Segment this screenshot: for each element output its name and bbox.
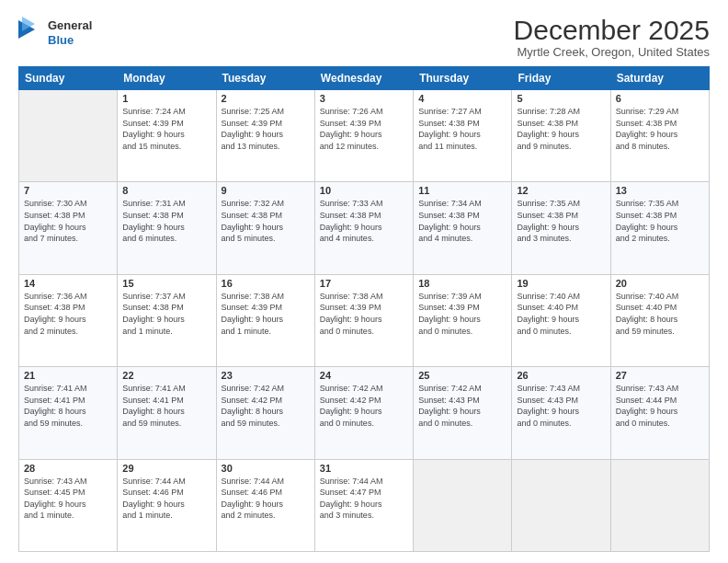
calendar-cell: 9Sunrise: 7:32 AMSunset: 4:38 PMDaylight… <box>216 182 314 274</box>
calendar-cell: 31Sunrise: 7:44 AMSunset: 4:47 PMDayligh… <box>314 459 413 551</box>
day-info: Sunrise: 7:42 AMSunset: 4:42 PMDaylight:… <box>320 383 408 429</box>
weekday-header-monday: Monday <box>118 67 216 90</box>
day-info: Sunrise: 7:44 AMSunset: 4:46 PMDaylight:… <box>222 476 310 522</box>
day-info: Sunrise: 7:29 AMSunset: 4:38 PMDaylight:… <box>616 106 704 152</box>
day-info: Sunrise: 7:44 AMSunset: 4:47 PMDaylight:… <box>320 476 408 522</box>
day-number: 3 <box>320 93 408 104</box>
day-number: 12 <box>517 185 605 196</box>
calendar-cell: 8Sunrise: 7:31 AMSunset: 4:38 PMDaylight… <box>118 182 216 274</box>
weekday-header-wednesday: Wednesday <box>314 67 413 90</box>
day-info: Sunrise: 7:43 AMSunset: 4:44 PMDaylight:… <box>616 383 704 429</box>
calendar-cell <box>610 459 709 551</box>
day-number: 21 <box>24 370 112 381</box>
day-number: 29 <box>122 463 210 474</box>
logo-line2: Blue <box>48 33 74 47</box>
day-number: 31 <box>320 463 408 474</box>
day-info: Sunrise: 7:42 AMSunset: 4:43 PMDaylight:… <box>418 383 506 429</box>
calendar-cell: 15Sunrise: 7:37 AMSunset: 4:38 PMDayligh… <box>118 274 216 366</box>
calendar-cell: 7Sunrise: 7:30 AMSunset: 4:38 PMDaylight… <box>19 182 118 274</box>
day-info: Sunrise: 7:44 AMSunset: 4:46 PMDaylight:… <box>122 476 210 522</box>
calendar-cell: 5Sunrise: 7:28 AMSunset: 4:38 PMDaylight… <box>512 90 610 182</box>
day-number: 7 <box>24 185 112 196</box>
day-number: 19 <box>517 278 605 289</box>
day-info: Sunrise: 7:35 AMSunset: 4:38 PMDaylight:… <box>517 198 605 244</box>
day-info: Sunrise: 7:24 AMSunset: 4:39 PMDaylight:… <box>122 106 210 152</box>
page-title: December 2025 <box>514 15 710 45</box>
day-info: Sunrise: 7:25 AMSunset: 4:39 PMDaylight:… <box>222 106 310 152</box>
calendar-cell: 11Sunrise: 7:34 AMSunset: 4:38 PMDayligh… <box>414 182 512 274</box>
day-info: Sunrise: 7:30 AMSunset: 4:38 PMDaylight:… <box>24 198 112 244</box>
calendar-cell: 12Sunrise: 7:35 AMSunset: 4:38 PMDayligh… <box>512 182 610 274</box>
day-number: 17 <box>320 278 408 289</box>
day-number: 25 <box>418 370 506 381</box>
weekday-header-sunday: Sunday <box>19 67 118 90</box>
day-info: Sunrise: 7:27 AMSunset: 4:38 PMDaylight:… <box>418 106 506 152</box>
calendar-cell <box>512 459 610 551</box>
day-info: Sunrise: 7:41 AMSunset: 4:41 PMDaylight:… <box>24 383 112 429</box>
day-number: 9 <box>222 185 310 196</box>
day-number: 15 <box>122 278 210 289</box>
calendar-cell: 10Sunrise: 7:33 AMSunset: 4:38 PMDayligh… <box>314 182 413 274</box>
day-number: 11 <box>418 185 506 196</box>
page: General Blue General Blue December 2025 … <box>0 0 728 563</box>
calendar-cell: 6Sunrise: 7:29 AMSunset: 4:38 PMDaylight… <box>610 90 709 182</box>
day-number: 27 <box>616 370 704 381</box>
weekday-header-saturday: Saturday <box>610 67 709 90</box>
day-info: Sunrise: 7:43 AMSunset: 4:43 PMDaylight:… <box>517 383 605 429</box>
day-info: Sunrise: 7:40 AMSunset: 4:40 PMDaylight:… <box>517 291 605 337</box>
day-number: 10 <box>320 185 408 196</box>
calendar-cell <box>19 90 118 182</box>
day-number: 5 <box>517 93 605 104</box>
day-number: 6 <box>616 93 704 104</box>
day-info: Sunrise: 7:35 AMSunset: 4:38 PMDaylight:… <box>616 198 704 244</box>
title-block: December 2025 Myrtle Creek, Oregon, Unit… <box>514 15 710 59</box>
day-info: Sunrise: 7:31 AMSunset: 4:38 PMDaylight:… <box>122 198 210 244</box>
header: General Blue General Blue December 2025 … <box>18 15 710 59</box>
day-number: 8 <box>122 185 210 196</box>
weekday-header-thursday: Thursday <box>414 67 512 90</box>
calendar-cell: 17Sunrise: 7:38 AMSunset: 4:39 PMDayligh… <box>314 274 413 366</box>
calendar-cell: 22Sunrise: 7:41 AMSunset: 4:41 PMDayligh… <box>118 367 216 459</box>
day-number: 4 <box>418 93 506 104</box>
calendar-cell: 25Sunrise: 7:42 AMSunset: 4:43 PMDayligh… <box>414 367 512 459</box>
day-info: Sunrise: 7:32 AMSunset: 4:38 PMDaylight:… <box>222 198 310 244</box>
calendar-cell <box>414 459 512 551</box>
day-info: Sunrise: 7:38 AMSunset: 4:39 PMDaylight:… <box>222 291 310 337</box>
day-info: Sunrise: 7:36 AMSunset: 4:38 PMDaylight:… <box>24 291 112 337</box>
calendar-cell: 14Sunrise: 7:36 AMSunset: 4:38 PMDayligh… <box>19 274 118 366</box>
calendar-cell: 19Sunrise: 7:40 AMSunset: 4:40 PMDayligh… <box>512 274 610 366</box>
day-number: 24 <box>320 370 408 381</box>
calendar-table: SundayMondayTuesdayWednesdayThursdayFrid… <box>18 66 710 552</box>
weekday-header-friday: Friday <box>512 67 610 90</box>
calendar-cell: 18Sunrise: 7:39 AMSunset: 4:39 PMDayligh… <box>414 274 512 366</box>
calendar-cell: 20Sunrise: 7:40 AMSunset: 4:40 PMDayligh… <box>610 274 709 366</box>
calendar-cell: 2Sunrise: 7:25 AMSunset: 4:39 PMDaylight… <box>216 90 314 182</box>
logo-line1: General <box>48 18 92 32</box>
day-number: 23 <box>222 370 310 381</box>
day-info: Sunrise: 7:41 AMSunset: 4:41 PMDaylight:… <box>122 383 210 429</box>
day-info: Sunrise: 7:33 AMSunset: 4:38 PMDaylight:… <box>320 198 408 244</box>
day-info: Sunrise: 7:43 AMSunset: 4:45 PMDaylight:… <box>24 476 112 522</box>
calendar-cell: 29Sunrise: 7:44 AMSunset: 4:46 PMDayligh… <box>118 459 216 551</box>
calendar-cell: 24Sunrise: 7:42 AMSunset: 4:42 PMDayligh… <box>314 367 413 459</box>
day-info: Sunrise: 7:40 AMSunset: 4:40 PMDaylight:… <box>616 291 704 337</box>
calendar-cell: 16Sunrise: 7:38 AMSunset: 4:39 PMDayligh… <box>216 274 314 366</box>
calendar-cell: 30Sunrise: 7:44 AMSunset: 4:46 PMDayligh… <box>216 459 314 551</box>
calendar-cell: 1Sunrise: 7:24 AMSunset: 4:39 PMDaylight… <box>118 90 216 182</box>
logo: General Blue General Blue <box>18 18 101 55</box>
calendar-cell: 27Sunrise: 7:43 AMSunset: 4:44 PMDayligh… <box>610 367 709 459</box>
day-number: 2 <box>222 93 310 104</box>
day-number: 1 <box>122 93 210 104</box>
day-info: Sunrise: 7:37 AMSunset: 4:38 PMDaylight:… <box>122 291 210 337</box>
calendar-cell: 4Sunrise: 7:27 AMSunset: 4:38 PMDaylight… <box>414 90 512 182</box>
day-info: Sunrise: 7:42 AMSunset: 4:42 PMDaylight:… <box>222 383 310 429</box>
day-number: 18 <box>418 278 506 289</box>
calendar-cell: 13Sunrise: 7:35 AMSunset: 4:38 PMDayligh… <box>610 182 709 274</box>
day-info: Sunrise: 7:26 AMSunset: 4:39 PMDaylight:… <box>320 106 408 152</box>
day-number: 30 <box>222 463 310 474</box>
day-number: 22 <box>122 370 210 381</box>
day-info: Sunrise: 7:39 AMSunset: 4:39 PMDaylight:… <box>418 291 506 337</box>
calendar-cell: 23Sunrise: 7:42 AMSunset: 4:42 PMDayligh… <box>216 367 314 459</box>
day-info: Sunrise: 7:38 AMSunset: 4:39 PMDaylight:… <box>320 291 408 337</box>
day-info: Sunrise: 7:28 AMSunset: 4:38 PMDaylight:… <box>517 106 605 152</box>
